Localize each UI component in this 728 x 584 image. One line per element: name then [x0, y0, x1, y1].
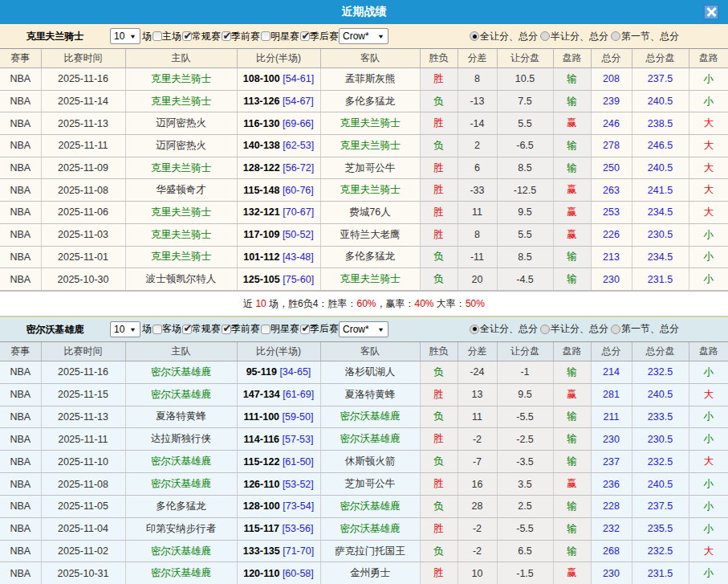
table-row: NBA2025-11-14克里夫兰骑士113-126 [54-67]多伦多猛龙负…: [0, 90, 728, 112]
cell-handicap-result: 输: [553, 540, 591, 562]
cell-result: 负: [420, 451, 458, 473]
filter-checkbox-0[interactable]: [153, 31, 162, 41]
cell-score: 140-138 [62-53]: [237, 135, 320, 157]
cell-over-under: 大: [689, 451, 728, 473]
filter-checkbox-2[interactable]: [222, 325, 231, 334]
cell-point-diff: -11: [458, 246, 497, 268]
filter-checkbox-4[interactable]: [300, 31, 310, 41]
cell-total-points: 230: [591, 562, 632, 584]
cell-home-team: 密尔沃基雄鹿: [125, 562, 237, 584]
full-score: 128-122: [243, 162, 280, 174]
cell-score: 115-148 [60-76]: [237, 179, 320, 202]
header-row: 赛事比赛时间主队比分(半场)客队胜负分差让分盘盘路总分总分盘盘路: [0, 342, 728, 361]
cell-away-team: 萨克拉门托国王: [320, 540, 420, 562]
cell-handicap-line: -4.5: [497, 268, 553, 291]
cell-away-team: 洛杉矶湖人: [320, 361, 420, 383]
filter-checkbox-3[interactable]: [261, 31, 270, 41]
cell-league: NBA: [0, 157, 41, 179]
odds-type-radio-1[interactable]: [540, 325, 550, 334]
filter-checkbox-label: 季后赛: [310, 30, 339, 43]
cell-score: 95-119 [34-65]: [237, 361, 320, 383]
cell-over-under: 大: [689, 135, 728, 157]
cell-total-line: 241.5: [632, 179, 689, 202]
cell-away-team: 克里夫兰骑士: [320, 179, 420, 202]
cell-result: 负: [420, 406, 458, 428]
close-button[interactable]: [703, 4, 719, 20]
cell-score: 128-100 [73-54]: [237, 495, 320, 517]
odds-type-radio-0[interactable]: [470, 325, 479, 334]
half-score: [71-70]: [283, 545, 314, 557]
table-row: NBA2025-11-16密尔沃基雄鹿95-119 [34-65]洛杉矶湖人负-…: [0, 361, 728, 383]
results-table: 赛事比赛时间主队比分(半场)客队胜负分差让分盘盘路总分总分盘盘路NBA2025-…: [0, 342, 728, 584]
cell-total-line: 240.5: [632, 383, 689, 406]
cell-point-diff: -2: [458, 428, 497, 451]
cell-league: NBA: [0, 540, 41, 562]
cell-score: 128-122 [56-72]: [237, 157, 320, 179]
cell-score: 114-116 [57-53]: [237, 428, 320, 451]
odds-type-radio-0[interactable]: [470, 31, 479, 41]
filter-checkbox-3[interactable]: [261, 325, 270, 334]
filter-checkbox-0[interactable]: [153, 325, 162, 334]
cell-home-team: 密尔沃基雄鹿: [125, 383, 237, 406]
cell-home-team: 密尔沃基雄鹿: [125, 361, 237, 383]
section-header: 密尔沃基雄鹿10▼场客场常规赛季前赛明星赛季后赛Crow*▼全让分、总分半让分、…: [0, 316, 728, 342]
filter-checkbox-1[interactable]: [182, 325, 192, 334]
cell-home-team: 华盛顿奇才: [125, 179, 237, 202]
table-row: NBA2025-11-16克里夫兰骑士108-100 [54-61]孟菲斯灰熊胜…: [0, 68, 728, 91]
cell-away-team: 克里夫兰骑士: [320, 135, 420, 157]
column-header: 总分盘: [632, 49, 689, 68]
cell-over-under: 大: [689, 383, 728, 406]
table-row: NBA2025-11-11迈阿密热火140-138 [62-53]克里夫兰骑士负…: [0, 135, 728, 157]
filter-checkbox-4[interactable]: [300, 325, 310, 334]
cell-score: 126-110 [53-52]: [237, 473, 320, 496]
cell-result: 负: [420, 361, 458, 383]
cell-date: 2025-11-13: [41, 112, 125, 135]
cell-home-team: 克里夫兰骑士: [125, 157, 237, 179]
filter-checkbox-1[interactable]: [182, 31, 192, 41]
cell-handicap-line: 5.5: [497, 223, 553, 246]
recent-results-panel: 近期战绩 克里夫兰骑士10▼场主场常规赛季前赛明星赛季后赛Crow*▼全让分、总…: [0, 0, 728, 584]
cell-handicap-line: 6.5: [497, 540, 553, 562]
cell-away-team: 多伦多猛龙: [320, 90, 420, 112]
column-header: 客队: [320, 342, 420, 361]
cell-away-team: 密尔沃基雄鹿: [320, 428, 420, 451]
filter-checkbox-2[interactable]: [222, 31, 231, 41]
cell-total-line: 240.5: [632, 473, 689, 496]
odds-type-radios: 全让分、总分半让分、总分第一节、总分: [470, 24, 681, 48]
full-score: 113-126: [243, 96, 279, 107]
half-score: [56-72]: [283, 162, 314, 174]
cell-handicap-line: -2.5: [497, 428, 553, 451]
cell-home-team: 多伦多猛龙: [125, 495, 237, 517]
cell-result: 胜: [420, 202, 458, 224]
odds-type-radio-2[interactable]: [611, 31, 620, 41]
cell-league: NBA: [0, 223, 41, 246]
team-section: 密尔沃基雄鹿10▼场客场常规赛季前赛明星赛季后赛Crow*▼全让分、总分半让分、…: [0, 316, 728, 584]
cell-point-diff: -13: [458, 90, 497, 112]
column-header: 胜负: [420, 49, 458, 68]
cell-handicap-result: 赢: [553, 383, 591, 406]
cell-handicap-result: 输: [553, 157, 591, 179]
cell-result: 胜: [420, 517, 458, 540]
cell-total-points: 246: [591, 112, 632, 135]
bookmaker-select[interactable]: Crow*▼: [339, 28, 388, 44]
cell-date: 2025-11-08: [41, 179, 125, 202]
cell-total-points: 253: [591, 202, 632, 224]
column-header: 胜负: [420, 342, 458, 361]
games-count-select[interactable]: 10▼: [110, 321, 140, 337]
games-count-select[interactable]: 10▼: [110, 28, 140, 44]
odds-type-radio-2[interactable]: [611, 325, 620, 334]
cell-handicap-line: -1: [497, 361, 553, 383]
cell-result: 胜: [420, 223, 458, 246]
bookmaker-select[interactable]: Crow*▼: [339, 321, 388, 337]
odds-type-radio-label: 全让分、总分: [480, 30, 538, 43]
full-score: 120-110: [243, 568, 279, 579]
cell-league: NBA: [0, 495, 41, 517]
half-score: [62-53]: [283, 140, 314, 151]
cell-result: 胜: [420, 112, 458, 135]
half-score: [60-76]: [283, 185, 314, 196]
odds-type-radio-1[interactable]: [540, 31, 550, 41]
cell-away-team: 休斯顿火箭: [320, 451, 420, 473]
filter-controls: 10▼场客场常规赛季前赛明星赛季后赛Crow*▼: [110, 321, 388, 337]
cell-handicap-result: 输: [553, 517, 591, 540]
column-header: 让分盘: [497, 49, 553, 68]
